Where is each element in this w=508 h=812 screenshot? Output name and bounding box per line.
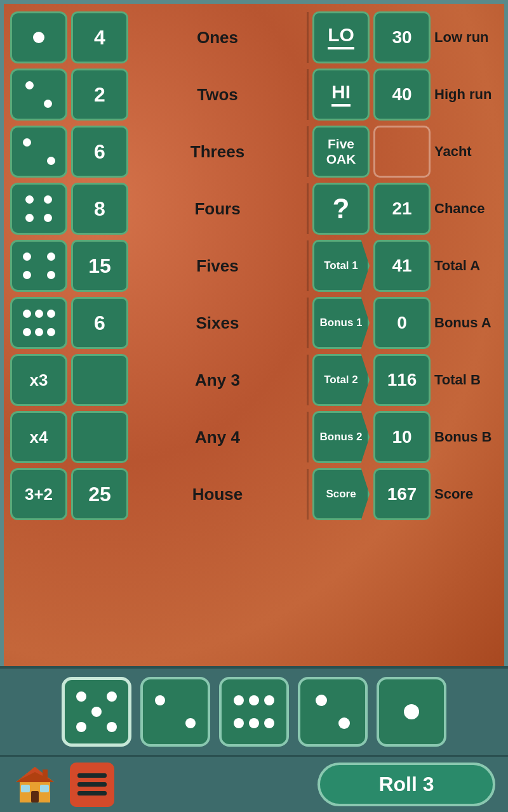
right-label-fours: Chance [434, 200, 498, 217]
right-label-any4: Bonus B [434, 429, 498, 445]
right-score-twos[interactable]: 40 [373, 69, 431, 121]
category-label-twos: Twos [132, 85, 303, 105]
category-label-any4: Any 4 [132, 428, 303, 447]
category-label-sixes: Sixes [132, 313, 303, 333]
score-value-threes[interactable]: 6 [71, 126, 128, 178]
score-value-fives[interactable]: 15 [71, 240, 128, 292]
category-label-fours: Fours [132, 199, 303, 219]
right-score-threes[interactable] [373, 126, 431, 178]
special-cell-sixes[interactable]: Bonus 1 [312, 297, 370, 349]
svg-rect-7 [43, 769, 48, 780]
special-cell-twos[interactable]: HI [312, 69, 370, 121]
right-score-sixes[interactable]: 0 [373, 297, 431, 349]
score-row-sixes: 6SixesBonus 10Bonus A [10, 296, 498, 350]
category-label-ones: Ones [132, 28, 303, 48]
dice-icon-ones[interactable] [10, 11, 67, 63]
score-value-house[interactable]: 25 [71, 468, 128, 520]
special-cell-any4[interactable]: Bonus 2 [312, 411, 370, 463]
tray-die-3[interactable] [298, 677, 368, 747]
tray-die-1[interactable] [140, 677, 210, 747]
category-label-threes: Threes [132, 142, 303, 162]
special-cell-ones[interactable]: LO [312, 11, 370, 63]
dice-icon-fours[interactable] [10, 183, 67, 235]
menu-line-2 [77, 782, 107, 787]
dice-icon-house[interactable]: 3+2 [10, 468, 67, 520]
score-row-threes: 6ThreesFive OAKYacht [10, 124, 498, 179]
right-score-fives[interactable]: 41 [373, 240, 431, 292]
special-cell-house[interactable]: Score [312, 468, 370, 520]
menu-line-1 [77, 773, 107, 778]
score-row-any4: x4Any 4Bonus 210Bonus B [10, 410, 498, 464]
right-score-ones[interactable]: 30 [373, 11, 431, 63]
special-cell-fives[interactable]: Total 1 [312, 240, 370, 292]
category-label-house: House [132, 485, 303, 504]
tray-die-4[interactable] [377, 677, 446, 747]
dice-icon-twos[interactable] [10, 69, 67, 121]
right-label-fives: Total A [434, 258, 498, 274]
right-label-house: Score [434, 486, 498, 502]
score-row-fives: 15FivesTotal 141Total A [10, 239, 498, 293]
roll-button[interactable]: Roll 3 [318, 763, 495, 806]
special-cell-any3[interactable]: Total 2 [312, 354, 370, 406]
right-label-twos: High run [434, 86, 498, 103]
score-row-any3: x3Any 3Total 2116Total B [10, 353, 498, 407]
svg-rect-4 [31, 791, 39, 802]
right-score-house[interactable]: 167 [373, 468, 431, 520]
dice-icon-fives[interactable] [10, 240, 67, 292]
svg-rect-5 [21, 785, 30, 792]
special-cell-threes[interactable]: Five OAK [312, 126, 370, 178]
home-button[interactable] [13, 763, 57, 807]
score-row-ones: 4OnesLO30Low run [10, 10, 498, 65]
right-label-ones: Low run [434, 29, 498, 46]
right-label-threes: Yacht [434, 143, 498, 160]
right-label-sixes: Bonus A [434, 315, 498, 331]
score-value-any4[interactable] [71, 411, 128, 463]
dice-icon-threes[interactable] [10, 126, 67, 178]
score-row-fours: 8Fours?21Chance [10, 181, 498, 236]
bottom-bar: Roll 3 [0, 755, 508, 812]
score-value-any3[interactable] [71, 354, 128, 406]
svg-rect-6 [40, 785, 49, 792]
special-cell-fours[interactable]: ? [312, 183, 370, 235]
dice-icon-sixes[interactable] [10, 297, 67, 349]
tray-die-0[interactable] [62, 677, 131, 747]
category-label-fives: Fives [132, 256, 303, 276]
score-value-twos[interactable]: 2 [71, 69, 128, 121]
tray-die-2[interactable] [219, 677, 289, 747]
score-row-twos: 2TwosHI40High run [10, 67, 498, 122]
right-score-any3[interactable]: 116 [373, 354, 431, 406]
right-score-fours[interactable]: 21 [373, 183, 431, 235]
menu-button[interactable] [70, 763, 114, 807]
category-label-any3: Any 3 [132, 370, 303, 390]
dice-icon-any4[interactable]: x4 [10, 411, 67, 463]
right-label-any3: Total B [434, 372, 498, 388]
score-value-ones[interactable]: 4 [71, 11, 128, 63]
dice-tray [0, 666, 508, 755]
dice-icon-any3[interactable]: x3 [10, 354, 67, 406]
right-score-any4[interactable]: 10 [373, 411, 431, 463]
score-board: 4OnesLO30Low run2TwosHI40High run6Threes… [0, 0, 508, 666]
score-value-fours[interactable]: 8 [71, 183, 128, 235]
score-value-sixes[interactable]: 6 [71, 297, 128, 349]
menu-line-3 [77, 791, 107, 796]
score-row-house: 3+225HouseScore167Score [10, 467, 498, 521]
